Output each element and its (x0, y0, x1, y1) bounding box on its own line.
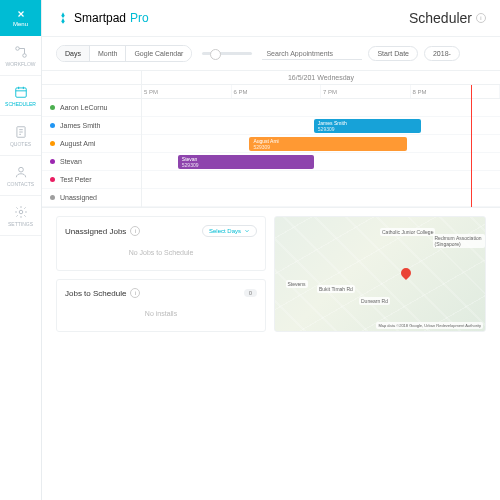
timeline-row[interactable]: James Smith529309 (142, 117, 500, 135)
select-days-dropdown[interactable]: Select Days (202, 225, 257, 237)
page-title: Scheduler i (409, 10, 486, 26)
unassigned-title: Unassigned Jobs (65, 227, 126, 236)
gantt-chart: Aaron LeCornuJames SmithAugust AmiStevan… (42, 71, 500, 208)
person-name: Unassigned (60, 194, 97, 201)
toolbar: Days Month Gogle Calendar Start Date 201… (42, 37, 500, 71)
timeline-row[interactable] (142, 189, 500, 207)
gantt-bar[interactable]: August Ami529309 (249, 137, 407, 151)
nav-quotes[interactable]: QUOTES (0, 116, 41, 156)
jobs-to-schedule-panel: Jobs to Schedule i 0 No installs (56, 279, 266, 332)
unassigned-empty: No Jobs to Schedule (65, 243, 257, 262)
person-color-dot (50, 123, 55, 128)
start-date-button[interactable]: Start Date (368, 46, 418, 61)
zoom-slider[interactable] (202, 52, 252, 55)
date-header: 16/5/201 Wednesday (142, 71, 500, 85)
map-pin[interactable] (399, 266, 413, 280)
header: Smartpad Pro Scheduler i (42, 0, 500, 37)
person-row[interactable]: Aaron LeCornu (42, 99, 141, 117)
jobs-empty: No installs (65, 304, 257, 323)
sidebar: Menu WORKFLOW SCHEDULER QUOTES CONTACTS … (0, 0, 42, 500)
info-icon[interactable]: i (130, 226, 140, 236)
workflow-icon (14, 45, 28, 59)
quotes-icon (14, 125, 28, 139)
unassigned-jobs-panel: Unassigned Jobs i Select Days No Jobs to… (56, 216, 266, 271)
chevron-down-icon (244, 228, 250, 234)
person-name: Test Peter (60, 176, 92, 183)
jobs-count: 0 (244, 289, 257, 297)
person-row[interactable]: Test Peter (42, 171, 141, 189)
view-days[interactable]: Days (57, 46, 90, 61)
timeline-row[interactable] (142, 99, 500, 117)
logo: Smartpad Pro (56, 11, 149, 25)
person-row[interactable]: Unassigned (42, 189, 141, 207)
timeline[interactable]: 16/5/201 Wednesday 5 PM6 PM7 PM8 PM Jame… (142, 71, 500, 207)
search-field[interactable] (262, 47, 362, 60)
timeline-row[interactable]: August Ami529309 (142, 135, 500, 153)
gantt-bar[interactable]: Stevan529309 (178, 155, 314, 169)
gear-icon (14, 205, 28, 219)
person-row[interactable]: James Smith (42, 117, 141, 135)
now-indicator (471, 85, 472, 207)
start-date-value[interactable]: 2018- (424, 46, 460, 61)
main-content: Smartpad Pro Scheduler i Days Month Gogl… (42, 0, 500, 500)
nav-settings[interactable]: SETTINGS (0, 196, 41, 236)
nav-contacts[interactable]: CONTACTS (0, 156, 41, 196)
svg-point-1 (22, 53, 26, 57)
person-color-dot (50, 105, 55, 110)
person-color-dot (50, 159, 55, 164)
logo-icon (56, 11, 70, 25)
svg-point-4 (18, 167, 23, 172)
person-name: James Smith (60, 122, 100, 129)
nav-scheduler[interactable]: SCHEDULER (0, 76, 41, 116)
view-google-calendar[interactable]: Gogle Calendar (126, 46, 191, 61)
view-month[interactable]: Month (90, 46, 126, 61)
bottom-panels: Unassigned Jobs i Select Days No Jobs to… (42, 208, 500, 340)
person-name: Stevan (60, 158, 82, 165)
search-input[interactable] (266, 50, 354, 57)
calendar-icon (14, 85, 28, 99)
svg-rect-2 (15, 87, 26, 96)
person-color-dot (50, 177, 55, 182)
person-name: August Ami (60, 140, 95, 147)
people-list: Aaron LeCornuJames SmithAugust AmiStevan… (42, 71, 142, 207)
contacts-icon (14, 165, 28, 179)
menu-toggle[interactable]: Menu (0, 0, 41, 36)
person-row[interactable]: Stevan (42, 153, 141, 171)
map-attribution: Map data ©2018 Google, Urban Redevelopme… (376, 322, 483, 329)
gantt-bar[interactable]: James Smith529309 (314, 119, 421, 133)
menu-label: Menu (13, 21, 28, 27)
info-icon[interactable]: i (476, 13, 486, 23)
person-color-dot (50, 141, 55, 146)
person-color-dot (50, 195, 55, 200)
svg-point-5 (19, 210, 23, 214)
person-name: Aaron LeCornu (60, 104, 107, 111)
nav-workflow[interactable]: WORKFLOW (0, 36, 41, 76)
time-header: 5 PM6 PM7 PM8 PM (142, 85, 500, 99)
view-segmented: Days Month Gogle Calendar (56, 45, 192, 62)
timeline-row[interactable] (142, 171, 500, 189)
svg-point-0 (15, 46, 19, 50)
map-view[interactable]: Catholic Junior College Redmum Associati… (274, 216, 486, 332)
info-icon[interactable]: i (130, 288, 140, 298)
person-row[interactable]: August Ami (42, 135, 141, 153)
timeline-row[interactable]: Stevan529309 (142, 153, 500, 171)
close-icon (16, 9, 26, 19)
jobs-title: Jobs to Schedule (65, 289, 126, 298)
